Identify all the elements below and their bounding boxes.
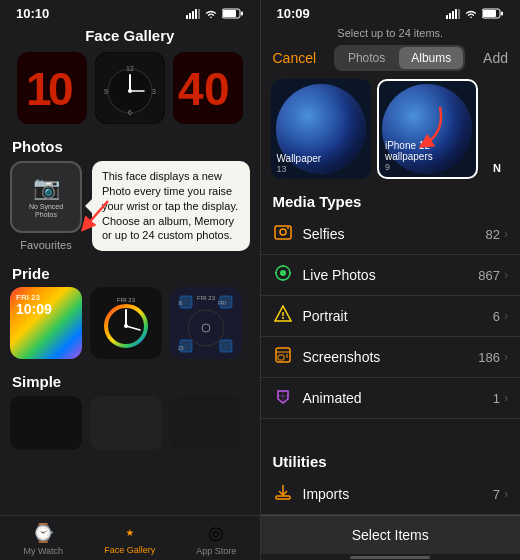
screenshots-count: 186 <box>478 350 500 365</box>
selfies-label: Selfies <box>303 226 486 242</box>
numeral-face-1: 1 0 <box>18 53 86 123</box>
top-controls: Cancel Photos Albums Add <box>261 45 521 79</box>
pride-face-2[interactable]: FRI 23 <box>90 287 162 359</box>
media-item-portrait[interactable]: Portrait 6 › <box>261 296 521 337</box>
svg-rect-7 <box>241 12 243 16</box>
album-wallpaper[interactable]: Wallpaper 13 <box>271 79 371 179</box>
watch-face-1[interactable]: 1 0 <box>17 52 87 124</box>
svg-rect-1 <box>189 13 191 19</box>
svg-rect-46 <box>458 9 460 19</box>
status-bar-left: 10:10 <box>0 0 260 25</box>
status-icons-right <box>446 8 504 19</box>
svg-text:0: 0 <box>204 63 230 115</box>
svg-text:0: 0 <box>48 63 74 115</box>
svg-rect-70 <box>276 496 290 499</box>
animated-chevron: › <box>504 391 508 405</box>
my-watch-icon: ⌚ <box>32 522 54 544</box>
svg-rect-48 <box>483 10 496 17</box>
album-iphone12-count: 9 <box>385 162 470 172</box>
nav-app-store[interactable]: ◎ App Store <box>173 522 260 556</box>
svg-text:FRI 23: FRI 23 <box>197 295 216 301</box>
tooltip-bubble: This face displays a new Photo every tim… <box>92 161 250 251</box>
nav-my-watch[interactable]: ⌚ My Watch <box>0 522 87 556</box>
photo-watch-card[interactable]: 📷 No SyncedPhotos <box>10 161 82 233</box>
media-item-imports[interactable]: Imports 7 › <box>261 474 521 515</box>
photos-section: 📷 No SyncedPhotos Favourites This face d… <box>0 161 260 251</box>
signal-icon <box>186 9 200 19</box>
album-n[interactable]: N <box>484 79 510 179</box>
tooltip-text: This face displays a new Photo every tim… <box>102 170 238 241</box>
svg-text:23: 23 <box>178 345 184 351</box>
media-item-screenshots[interactable]: Screenshots 186 › <box>261 337 521 378</box>
svg-rect-4 <box>198 9 200 19</box>
wifi-icon <box>204 9 218 19</box>
live-count: 867 <box>478 268 500 283</box>
add-button[interactable]: Add <box>483 50 508 66</box>
nav-face-gallery[interactable]: ⭑ Face Gallery <box>87 522 174 556</box>
media-types-header: Media Types <box>261 187 521 214</box>
pride-label: Pride <box>0 259 260 287</box>
simple-row <box>0 396 260 450</box>
home-indicator <box>261 554 521 560</box>
no-sync-text: No SyncedPhotos <box>29 203 63 220</box>
svg-rect-45 <box>455 9 457 19</box>
pride-face-3[interactable]: FRI 23 XI FRI 23 <box>170 287 242 359</box>
selfie-svg <box>274 223 292 241</box>
app-store-icon: ◎ <box>208 522 224 544</box>
screenshot-svg <box>274 346 292 364</box>
watch-faces-grid: 1 0 12 6 9 3 4 0 <box>0 52 260 134</box>
simple-label: Simple <box>0 367 260 396</box>
svg-rect-38 <box>220 340 232 352</box>
numeral-face-3: 4 0 <box>174 53 242 123</box>
svg-rect-49 <box>501 12 503 16</box>
media-item-live[interactable]: Live Photos 867 › <box>261 255 521 296</box>
pride-row: FRI 23 10:09 <box>0 287 260 359</box>
selfies-icon <box>273 223 293 245</box>
signal-icon-right <box>446 9 460 19</box>
svg-text:12: 12 <box>126 65 134 72</box>
media-item-selfies[interactable]: Selfies 82 › <box>261 214 521 255</box>
cancel-button[interactable]: Cancel <box>273 50 317 66</box>
simple-card-1[interactable] <box>10 396 82 450</box>
red-arrow-right <box>400 102 450 152</box>
portrait-icon <box>273 305 293 327</box>
portrait-svg <box>274 305 292 323</box>
battery-icon <box>222 8 244 19</box>
select-items-bar[interactable]: Select Items <box>261 515 521 554</box>
svg-point-62 <box>282 317 284 319</box>
svg-text:4: 4 <box>178 63 204 115</box>
animated-icon <box>273 387 293 409</box>
pride-face-1[interactable]: FRI 23 10:09 <box>10 287 82 359</box>
time-left: 10:10 <box>16 6 49 21</box>
album-grid: Wallpaper 13 iPhone 12 wallpapers 9 N <box>261 79 521 187</box>
svg-point-15 <box>128 89 132 93</box>
segment-albums[interactable]: Albums <box>399 47 463 69</box>
simple-card-3[interactable] <box>170 396 242 450</box>
album-wallpaper-count: 13 <box>277 164 365 174</box>
imports-count: 7 <box>493 487 500 502</box>
segment-photos[interactable]: Photos <box>336 47 397 69</box>
status-icons-left <box>186 8 244 19</box>
live-label: Live Photos <box>303 267 479 283</box>
selfies-count: 82 <box>486 227 500 242</box>
imports-label: Imports <box>303 486 493 502</box>
svg-text:FRI 23: FRI 23 <box>117 297 136 303</box>
animated-count: 1 <box>493 391 500 406</box>
live-svg <box>274 264 292 282</box>
simple-card-2[interactable] <box>90 396 162 450</box>
pride-analog-face: FRI 23 <box>92 288 160 358</box>
watch-face-3[interactable]: 4 0 <box>173 52 243 124</box>
album-wallpaper-info: Wallpaper 13 <box>277 153 365 174</box>
imports-icon <box>273 483 293 505</box>
segment-control: Photos Albums <box>334 45 465 71</box>
right-panel: 10:09 Select up to 24 items. Cancel <box>261 0 521 560</box>
svg-text:XI: XI <box>178 300 183 306</box>
watch-face-2[interactable]: 12 6 9 3 <box>95 52 165 124</box>
screenshots-label: Screenshots <box>303 349 479 365</box>
album-wallpaper-name: Wallpaper <box>277 153 365 164</box>
face-gallery-icon: ⭑ <box>126 522 134 543</box>
media-item-animated[interactable]: Animated 1 › <box>261 378 521 419</box>
svg-rect-0 <box>186 15 188 19</box>
album-n-label: N <box>493 162 501 174</box>
svg-point-55 <box>280 270 286 276</box>
